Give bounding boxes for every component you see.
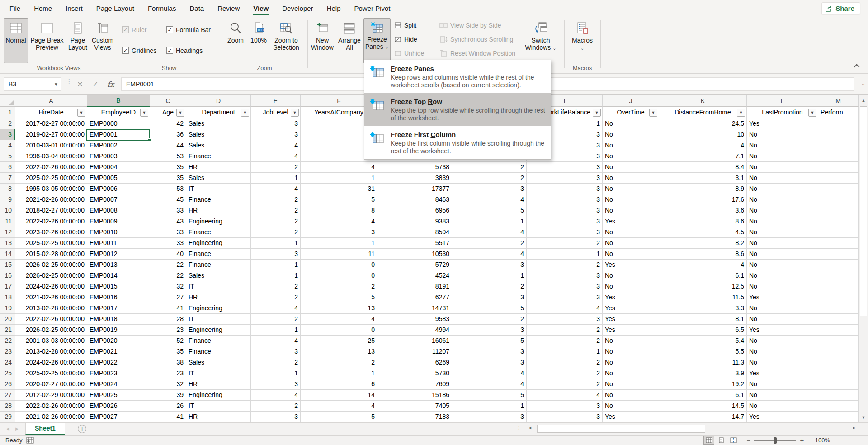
cell-G12[interactable]: 8594 bbox=[377, 227, 452, 238]
cell-C8[interactable]: 53 bbox=[150, 184, 186, 194]
cell-E11[interactable]: 2 bbox=[251, 216, 301, 227]
cell-A21[interactable]: 2026-02-25 00:00:00 bbox=[15, 325, 87, 336]
cell-J6[interactable]: No bbox=[603, 162, 659, 173]
cell-J14[interactable]: No bbox=[603, 249, 659, 260]
menu-tab-review[interactable]: Review bbox=[211, 0, 246, 17]
cell-C9[interactable]: 45 bbox=[150, 194, 186, 205]
cell-I24[interactable]: 2 bbox=[527, 357, 603, 368]
cell-C20[interactable]: 28 bbox=[150, 314, 186, 325]
cell-D10[interactable]: HR bbox=[186, 205, 251, 216]
cell-M19[interactable] bbox=[818, 303, 859, 314]
cell-H10[interactable]: 5 bbox=[452, 205, 527, 216]
row-number-19[interactable]: 19 bbox=[0, 303, 15, 314]
cell-B3[interactable]: EMP0001 bbox=[87, 129, 150, 140]
cell-D26[interactable]: HR bbox=[186, 379, 251, 390]
cell-G23[interactable]: 11207 bbox=[377, 346, 452, 357]
zoom-out-button[interactable]: − bbox=[745, 436, 752, 444]
scroll-right-button[interactable]: ► bbox=[852, 426, 856, 430]
cell-E26[interactable]: 3 bbox=[251, 379, 301, 390]
page-break-view-shortcut[interactable] bbox=[728, 436, 739, 445]
cell-J18[interactable]: Yes bbox=[603, 292, 659, 303]
cell-I6[interactable]: 3 bbox=[527, 162, 603, 173]
cell-F6[interactable]: 4 bbox=[301, 162, 377, 173]
cell-A8[interactable]: 1995-03-05 00:00:00 bbox=[15, 184, 87, 194]
cell-D22[interactable]: Finance bbox=[186, 336, 251, 346]
cell-F7[interactable]: 1 bbox=[301, 173, 377, 184]
menu-item-freeze-top-row[interactable]: Freeze Top RowKeep the top row visible w… bbox=[364, 93, 551, 126]
row-number-21[interactable]: 21 bbox=[0, 325, 15, 336]
cell-C5[interactable]: 53 bbox=[150, 151, 186, 162]
cell-M12[interactable] bbox=[818, 227, 859, 238]
cell-H18[interactable]: 3 bbox=[452, 292, 527, 303]
cell-L4[interactable]: No bbox=[747, 140, 818, 151]
cell-G17[interactable]: 8191 bbox=[377, 281, 452, 292]
cell-I16[interactable]: 3 bbox=[527, 270, 603, 281]
cell-E16[interactable]: 1 bbox=[251, 270, 301, 281]
cell-B18[interactable]: EMP0016 bbox=[87, 292, 150, 303]
filter-button-E[interactable]: ▼ bbox=[291, 109, 299, 117]
cell-C6[interactable]: 35 bbox=[150, 162, 186, 173]
cell-H8[interactable]: 3 bbox=[452, 184, 527, 194]
zoom-slider[interactable] bbox=[754, 440, 796, 441]
column-letter-J[interactable]: J bbox=[603, 95, 659, 107]
cell-J24[interactable]: No bbox=[603, 357, 659, 368]
cell-H24[interactable]: 3 bbox=[452, 357, 527, 368]
cell-J10[interactable]: No bbox=[603, 205, 659, 216]
cell-L2[interactable]: Yes bbox=[747, 118, 818, 129]
cell-L10[interactable]: No bbox=[747, 205, 818, 216]
cell-A11[interactable]: 2022-02-26 00:00:00 bbox=[15, 216, 87, 227]
cell-G14[interactable]: 10530 bbox=[377, 249, 452, 260]
cell-D16[interactable]: Sales bbox=[186, 270, 251, 281]
cell-F28[interactable]: 4 bbox=[301, 401, 377, 412]
row-number-2[interactable]: 2 bbox=[0, 118, 15, 129]
menu-item-freeze-first-column[interactable]: Freeze First ColumnKeep the first column… bbox=[364, 126, 551, 159]
cell-C11[interactable]: 43 bbox=[150, 216, 186, 227]
row-number-26[interactable]: 26 bbox=[0, 379, 15, 390]
cell-H6[interactable]: 2 bbox=[452, 162, 527, 173]
cell-B28[interactable]: EMP0026 bbox=[87, 401, 150, 412]
scroll-left-button[interactable]: ◄ bbox=[528, 426, 532, 430]
cell-B24[interactable]: EMP0022 bbox=[87, 357, 150, 368]
gridlines-checkbox[interactable]: ✓ Gridlines bbox=[122, 45, 156, 56]
cell-L21[interactable]: Yes bbox=[747, 325, 818, 336]
header-cell-B[interactable]: EmployeeID▼ bbox=[87, 107, 150, 118]
cell-B8[interactable]: EMP0006 bbox=[87, 184, 150, 194]
cell-E24[interactable]: 2 bbox=[251, 357, 301, 368]
cell-G13[interactable]: 5517 bbox=[377, 238, 452, 249]
name-box[interactable]: B3 ▼ bbox=[4, 77, 61, 91]
scroll-down-button[interactable]: ▼ bbox=[859, 412, 868, 422]
cell-G26[interactable]: 7609 bbox=[377, 379, 452, 390]
cell-K13[interactable]: 8.2 bbox=[659, 238, 747, 249]
cell-D8[interactable]: IT bbox=[186, 184, 251, 194]
cell-J28[interactable]: No bbox=[603, 401, 659, 412]
cell-D27[interactable]: Engineering bbox=[186, 390, 251, 401]
cell-H17[interactable]: 2 bbox=[452, 281, 527, 292]
cell-L15[interactable]: No bbox=[747, 260, 818, 270]
cell-A16[interactable]: 2026-02-25 00:00:00 bbox=[15, 270, 87, 281]
row-number-28[interactable]: 28 bbox=[0, 401, 15, 412]
cell-A17[interactable]: 2024-02-26 00:00:00 bbox=[15, 281, 87, 292]
cell-D7[interactable]: Sales bbox=[186, 173, 251, 184]
zoom-button[interactable]: Zoom bbox=[224, 18, 247, 63]
menu-tab-home[interactable]: Home bbox=[27, 0, 59, 17]
cell-B4[interactable]: EMP0002 bbox=[87, 140, 150, 151]
cell-J4[interactable]: No bbox=[603, 140, 659, 151]
cell-G9[interactable]: 8463 bbox=[377, 194, 452, 205]
cell-B5[interactable]: EMP0003 bbox=[87, 151, 150, 162]
cell-F25[interactable]: 1 bbox=[301, 368, 377, 379]
cell-D19[interactable]: Engineering bbox=[186, 303, 251, 314]
cell-A5[interactable]: 1996-03-04 00:00:00 bbox=[15, 151, 87, 162]
cell-A27[interactable]: 2012-02-29 00:00:00 bbox=[15, 390, 87, 401]
cell-D14[interactable]: Finance bbox=[186, 249, 251, 260]
row-number-15[interactable]: 15 bbox=[0, 260, 15, 270]
cell-K16[interactable]: 6.1 bbox=[659, 270, 747, 281]
cell-K27[interactable]: 6.1 bbox=[659, 390, 747, 401]
row-number-23[interactable]: 23 bbox=[0, 346, 15, 357]
cell-C14[interactable]: 40 bbox=[150, 249, 186, 260]
cell-E3[interactable]: 3 bbox=[251, 129, 301, 140]
cell-J9[interactable]: No bbox=[603, 194, 659, 205]
cell-H7[interactable]: 2 bbox=[452, 173, 527, 184]
cell-E14[interactable]: 3 bbox=[251, 249, 301, 260]
cell-H26[interactable]: 4 bbox=[452, 379, 527, 390]
formula-bar-grip[interactable]: ⋮ bbox=[66, 80, 72, 83]
